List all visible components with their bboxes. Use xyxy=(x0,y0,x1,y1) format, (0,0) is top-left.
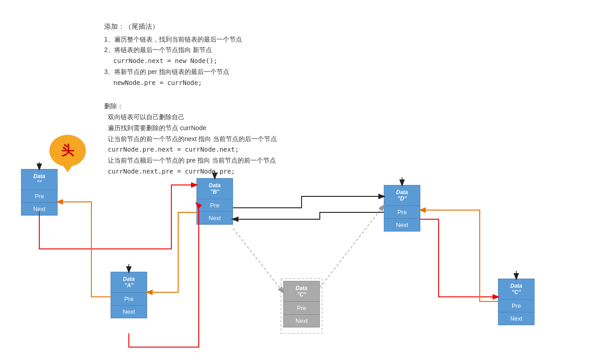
node-head: Data"" Pre Next xyxy=(21,169,58,216)
node-head-pre: Pre xyxy=(21,190,58,203)
svg-line-5 xyxy=(233,228,283,292)
node-c-new: Data"C" Pre Next xyxy=(498,279,535,325)
node-d-pre: Pre xyxy=(384,206,420,219)
node-a: Data"A" Pre Next xyxy=(111,272,147,318)
node-d: Data"D" Pre Next xyxy=(384,185,420,232)
node-a-data: Data"A" xyxy=(111,272,147,293)
node-b: Data"B" Pre Next xyxy=(196,178,233,225)
delete-step-3-code: currNode.pre.next = currNode.next; xyxy=(108,144,277,155)
node-c-deleted-data: Data"C" xyxy=(283,281,320,302)
add-title: 添加：（尾插法） xyxy=(104,21,277,32)
add-step-2: 2、将链表的最后一个节点指向 新节点 xyxy=(104,45,277,56)
add-step-1: 1、遍历整个链表，找到当前链表的最后一个节点 xyxy=(104,34,277,45)
node-b-data: Data"B" xyxy=(196,178,233,199)
node-c-new-data: Data"C" xyxy=(498,279,535,300)
add-step-3: 3、将新节点的 per 指向链表的最后一个节点 xyxy=(104,67,277,78)
delete-step-4: 让当前节点额后一个节点的 pre 指向 当前节点的前一个节点 xyxy=(108,155,277,166)
add-step-3-code: newNode.pre = currNode; xyxy=(113,78,277,89)
node-c-deleted-pre: Pre xyxy=(283,302,320,315)
head-bubble: 头 xyxy=(49,135,86,167)
node-c-deleted-next: Next xyxy=(283,315,320,327)
node-d-data: Data"D" xyxy=(384,185,420,206)
node-b-pre: Pre xyxy=(196,199,233,212)
svg-line-6 xyxy=(320,206,384,288)
head-label: 头 xyxy=(61,142,74,159)
node-c-deleted: Data"C" Pre Next xyxy=(283,281,320,327)
delete-title: 删除： xyxy=(104,101,277,112)
node-a-pre: Pre xyxy=(111,293,147,306)
node-b-next: Next xyxy=(196,212,233,225)
delete-step-3: 让当前节点的前一个节点的next 指向 当前节点的后一个节点 xyxy=(108,134,277,145)
delete-step-1: 双向链表可以自己删除自己 xyxy=(108,112,277,123)
add-step-2-code: currNode.next = new Node(); xyxy=(113,56,277,67)
delete-step-2: 遍历找到需要删除的节点 currNode xyxy=(108,123,277,134)
node-head-next: Next xyxy=(21,203,58,216)
node-d-next: Next xyxy=(384,219,420,232)
node-a-next: Next xyxy=(111,306,147,318)
node-c-new-next: Next xyxy=(498,312,535,325)
node-c-new-pre: Pre xyxy=(498,300,535,312)
node-head-data: Data"" xyxy=(21,169,58,190)
annotations-block: 添加：（尾插法） 1、遍历整个链表，找到当前链表的最后一个节点 2、将链表的最后… xyxy=(104,21,277,177)
delete-step-4-code: currNode.next.pre = currNode.pre; xyxy=(108,166,277,177)
